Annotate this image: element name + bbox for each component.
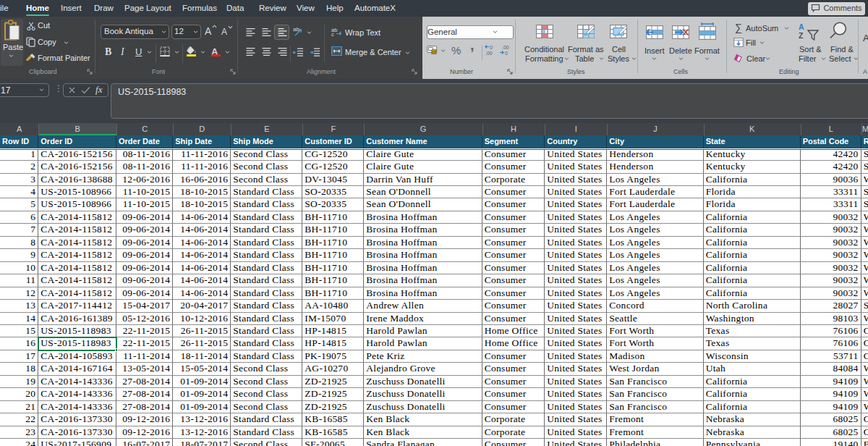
- svg-text:c: c: [331, 31, 334, 36]
- svg-text:Z: Z: [799, 31, 804, 40]
- svg-text:.00: .00: [485, 51, 493, 56]
- svg-text:A: A: [799, 22, 804, 31]
- svg-text:0: 0: [490, 45, 493, 50]
- svg-text:.00: .00: [502, 45, 509, 50]
- svg-text:0: 0: [505, 51, 508, 56]
